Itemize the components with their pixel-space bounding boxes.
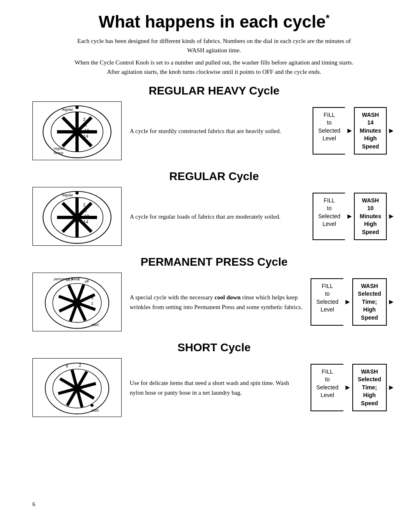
- cycle-short: SHORT Cycle 8 2 short: [32, 341, 396, 417]
- svg-text:8: 8: [66, 364, 68, 368]
- svg-point-50: [90, 404, 93, 407]
- cycle-regular-heavy: REGULAR HEAVY Cycle 2 6 10: [32, 84, 396, 160]
- cycle-title-regular: REGULAR Cycle: [32, 170, 396, 183]
- arrow-regular: ►: [345, 193, 354, 241]
- svg-text:regular: regular: [62, 193, 73, 197]
- cycle-regular: REGULAR Cycle 2 6 10 14 regular A cycle …: [32, 170, 396, 246]
- cycle-desc-permanent-press: A special cycle with the necessary cool …: [130, 292, 302, 312]
- arrow-permanent-press: ►: [343, 278, 352, 326]
- arrow2-short: ►: [387, 364, 396, 412]
- cycle-boxes-permanent-press: FILLtoSelectedLevel ► WASHSelectedTime;H…: [311, 278, 396, 326]
- cycle-boxes-short: FILLtoSelectedLevel ► WASHSelectedTime;H…: [311, 364, 396, 412]
- fill-box-regular: FILLtoSelectedLevel: [313, 193, 345, 241]
- fill-box-regular-heavy: FILLtoSelectedLevel: [313, 107, 345, 155]
- cycle-diagram-regular: 2 6 10 14 regular: [32, 187, 122, 246]
- cycle-boxes-regular: FILLtoSelectedLevel ► WASH10MinutesHighS…: [313, 193, 396, 241]
- svg-text:14: 14: [84, 134, 88, 139]
- svg-point-49: [74, 385, 80, 391]
- svg-point-6: [74, 129, 80, 135]
- svg-point-22: [75, 191, 79, 195]
- svg-text:regular: regular: [54, 146, 65, 150]
- svg-text:short: short: [91, 323, 99, 327]
- svg-text:regular: regular: [62, 107, 73, 112]
- intro-paragraph-2: When the Cycle Control Knob is set to a …: [68, 58, 360, 76]
- cycle-title-regular-heavy: REGULAR HEAVY Cycle: [32, 84, 396, 97]
- arrow-short: ►: [343, 364, 352, 412]
- arrow2-regular-heavy: ►: [387, 107, 396, 155]
- svg-text:2: 2: [91, 301, 93, 305]
- svg-text:14: 14: [84, 219, 88, 224]
- arrow-regular-heavy: ►: [345, 107, 354, 155]
- cycle-title-short: SHORT Cycle: [32, 341, 396, 354]
- svg-text:6: 6: [84, 122, 87, 127]
- svg-text:2: 2: [83, 117, 86, 122]
- svg-text:heavy: heavy: [54, 151, 64, 155]
- svg-text:6: 6: [84, 208, 87, 213]
- wash-box-regular: WASH10MinutesHighSpeed: [354, 193, 387, 241]
- svg-text:2: 2: [83, 202, 86, 207]
- svg-text:10: 10: [84, 214, 89, 219]
- wash-box-short: WASHSelectedTime;HighSpeed: [352, 364, 387, 412]
- cycle-desc-regular: A cycle for regular loads of fabrics tha…: [130, 212, 304, 221]
- svg-text:short: short: [91, 408, 99, 413]
- arrow2-permanent-press: ►: [387, 278, 396, 326]
- svg-point-21: [74, 214, 80, 221]
- svg-text:permanent press: permanent press: [54, 277, 79, 281]
- fill-box-permanent-press: FILLtoSelectedLevel: [311, 278, 343, 326]
- page-number: 6: [32, 501, 35, 508]
- cycle-diagram-short: 8 2 short: [32, 358, 122, 417]
- page-title: What happens in each cycle*: [32, 12, 396, 32]
- fill-box-short: FILLtoSelectedLevel: [311, 364, 343, 412]
- cycle-permanent-press: PERMANENT PRESS Cycle 10 6 2 off 8: [32, 256, 396, 331]
- cycle-desc-short: Use for delicate items that need a short…: [130, 378, 302, 398]
- intro-paragraph-1: Each cycle has been designed for differe…: [72, 37, 356, 55]
- wash-box-permanent-press: WASHSelectedTime;HighSpeed: [352, 278, 387, 326]
- svg-text:8: 8: [91, 296, 93, 300]
- svg-point-34: [74, 300, 80, 306]
- svg-point-7: [75, 106, 79, 109]
- cycle-desc-regular-heavy: A cycle for sturdily constructed fabrics…: [130, 126, 304, 136]
- cycle-diagram-permanent-press: 10 6 2 off 8 2 permanent press short: [32, 273, 122, 331]
- cycle-diagram-regular-heavy: 2 6 10 14 regular regular heavy: [32, 101, 122, 160]
- svg-text:off: off: [84, 279, 89, 284]
- svg-text:2: 2: [79, 363, 81, 367]
- svg-text:10: 10: [84, 128, 89, 133]
- wash-box-regular-heavy: WASH14MinutesHighSpeed: [354, 107, 387, 155]
- cycle-title-permanent-press: PERMANENT PRESS Cycle: [32, 256, 396, 269]
- cycle-boxes-regular-heavy: FILLtoSelectedLevel ► WASH14MinutesHighS…: [313, 107, 396, 155]
- arrow2-regular: ►: [387, 193, 396, 241]
